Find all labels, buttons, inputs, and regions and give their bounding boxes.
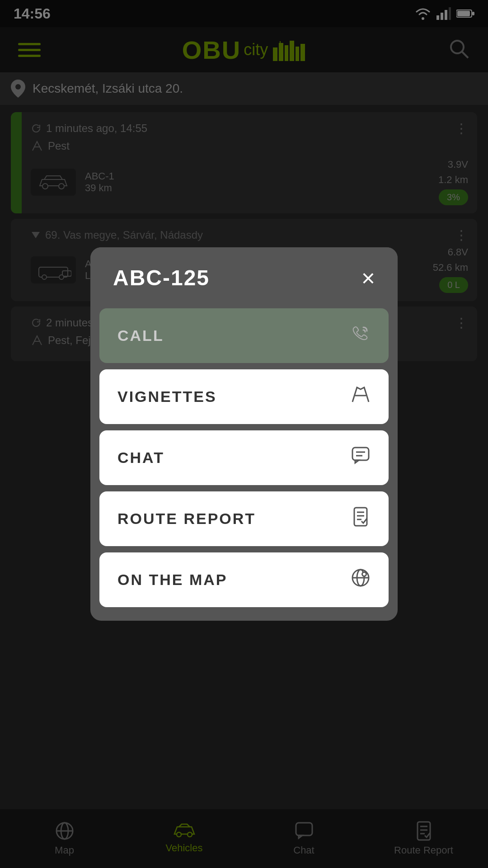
on-the-map-button-label: ON THE MAP [117, 571, 227, 589]
chat-button[interactable]: CHAT [99, 430, 389, 485]
svg-rect-27 [352, 448, 369, 460]
call-button[interactable]: CALL [99, 308, 389, 363]
modal-title: ABC-125 [113, 265, 210, 290]
route-report-button-label: ROUTE REPORT [117, 510, 256, 528]
route-report-icon [351, 507, 371, 531]
call-icon [351, 324, 371, 348]
modal-body: CALL VIGNETTES [90, 304, 398, 612]
vignettes-button-label: VIGNETTES [117, 388, 217, 406]
modal-header: ABC-125 × [90, 247, 398, 304]
chat-button-label: CHAT [117, 449, 164, 467]
action-modal: ABC-125 × CALL VIGNETTES [90, 247, 398, 621]
vignettes-button[interactable]: VIGNETTES [99, 369, 389, 424]
vignettes-icon [351, 385, 371, 409]
on-the-map-button[interactable]: ON THE MAP [99, 552, 389, 607]
modal-overlay: ABC-125 × CALL VIGNETTES [0, 0, 488, 868]
modal-close-button[interactable]: × [361, 266, 375, 290]
call-button-label: CALL [117, 327, 164, 344]
chat-icon [351, 446, 371, 470]
svg-point-38 [363, 573, 366, 576]
map-pin-icon [351, 568, 371, 592]
route-report-button[interactable]: ROUTE REPORT [99, 491, 389, 546]
svg-rect-30 [354, 508, 367, 526]
